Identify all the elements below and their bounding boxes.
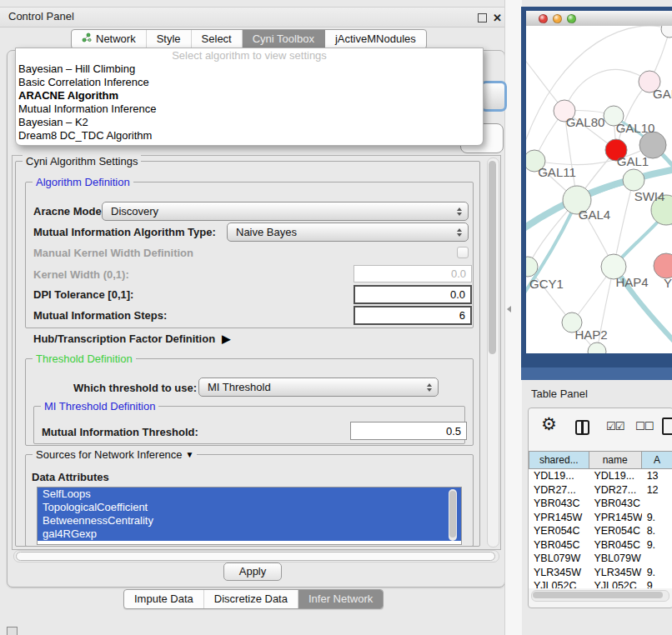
- table-row[interactable]: YLR345WYLR345W9.: [529, 566, 672, 580]
- tab-cyni-toolbox[interactable]: Cyni Toolbox: [243, 30, 325, 48]
- aracne-mode-select[interactable]: Discovery: [102, 202, 469, 221]
- data-attribute-item[interactable]: BetweennessCentrality: [38, 514, 461, 528]
- data-attribute-item[interactable]: TopologicalCoefficient: [38, 501, 461, 514]
- mi-threshold-input[interactable]: [350, 422, 467, 440]
- scrollbar-thumb[interactable]: [489, 161, 496, 354]
- network-node[interactable]: [661, 26, 672, 38]
- dropdown-item[interactable]: Mutual Information Inference: [16, 102, 483, 116]
- table-header: shared...nameA: [529, 451, 672, 469]
- dropdown-placeholder: Select algorithm to view settings: [16, 49, 483, 62]
- dropdown-item[interactable]: Basic Correlation Inference: [16, 76, 483, 89]
- table-cell: YBL079W: [589, 552, 641, 566]
- table-cell: YBR043C: [589, 497, 641, 511]
- column-header-shared-[interactable]: shared...: [529, 451, 589, 469]
- table-body: YDL19...YDL19...13YDR27...YDR27...12YBR0…: [529, 469, 672, 588]
- manual-kernel-checkbox[interactable]: [457, 247, 469, 258]
- unchecked-pair-icon[interactable]: ☐☐: [635, 420, 653, 432]
- mi-type-select[interactable]: Naive Bayes: [227, 222, 469, 242]
- node-label-gal1: GAL1: [617, 154, 649, 168]
- table-cell: [642, 552, 672, 566]
- node-label-hap4: HAP4: [615, 275, 648, 289]
- minimize-window-icon[interactable]: [553, 14, 562, 23]
- table-panel: ⚙ ☑☑ ☐☐ shared...nameA YDL19...YDL19...1…: [528, 408, 672, 608]
- dropdown-item[interactable]: ARACNE Algorithm: [16, 89, 483, 102]
- tab-label: Network: [96, 30, 136, 48]
- data-attribute-item[interactable]: SelfLoops: [38, 488, 461, 501]
- algorithm-definition-legend: Algorithm Definition: [33, 176, 133, 188]
- table-cell: 9.: [642, 511, 672, 525]
- cyni-algorithm-settings-legend: Cyni Algorithm Settings: [23, 155, 141, 168]
- tab-style[interactable]: Style: [147, 30, 192, 48]
- scrollbar-thumb[interactable]: [16, 552, 495, 561]
- collapse-arrow-icon[interactable]: ▼: [186, 450, 194, 459]
- mi-threshold-label: Mutual Information Threshold:: [42, 426, 198, 438]
- spinner-arrows-icon: [457, 208, 462, 216]
- zoom-window-icon[interactable]: [567, 14, 576, 23]
- checked-pair-icon[interactable]: ☑☑: [606, 420, 624, 432]
- network-window-bottom-edge: [521, 368, 672, 380]
- settings-vertical-scrollbar[interactable]: [487, 158, 499, 548]
- dpi-tolerance-input[interactable]: [354, 285, 472, 304]
- restore-panel-icon[interactable]: [7, 627, 18, 635]
- float-panel-icon[interactable]: [478, 13, 487, 22]
- scrollbar-thumb[interactable]: [449, 491, 456, 538]
- mi-steps-input[interactable]: [354, 306, 472, 325]
- table-cell: [642, 497, 672, 511]
- table-cell: YPR145W: [589, 511, 641, 525]
- dropdown-item[interactable]: Dream8 DC_TDC Algorithm: [16, 129, 483, 142]
- kernel-width-input[interactable]: [354, 265, 472, 282]
- table-cell: 13: [642, 469, 672, 483]
- table-cell: YPR145W: [529, 511, 589, 525]
- expander-arrow-icon: ▶: [222, 332, 230, 345]
- list-vertical-scrollbar[interactable]: [449, 489, 457, 541]
- tab-infer-network[interactable]: Infer Network: [298, 590, 383, 608]
- data-attribute-item[interactable]: gal4RGexp: [38, 528, 461, 541]
- network-node-swi4[interactable]: [623, 169, 644, 191]
- table-cell: YDL19...: [529, 469, 589, 483]
- table-cell: 12: [642, 483, 672, 498]
- focused-combo-fragment[interactable]: [480, 81, 507, 112]
- dpi-tolerance-label: DPI Tolerance [0,1]:: [33, 288, 133, 301]
- split-view-icon[interactable]: [575, 420, 589, 435]
- panel-divider[interactable]: [504, 0, 522, 635]
- table-row[interactable]: YJL052CYJL052C9: [529, 579, 672, 588]
- data-attributes-label: Data Attributes: [32, 471, 109, 483]
- dropdown-item[interactable]: Bayesian – Hill Climbing: [16, 62, 483, 76]
- gear-icon[interactable]: ⚙: [541, 414, 557, 434]
- tab-select[interactable]: Select: [192, 30, 243, 48]
- tab-network[interactable]: Network: [72, 30, 147, 48]
- close-window-icon[interactable]: [539, 14, 548, 23]
- table-row[interactable]: YDR27...YDR27...12: [529, 483, 672, 498]
- spinner-arrows-icon: [427, 383, 432, 392]
- spinner-arrows-icon: [457, 228, 462, 237]
- table-row[interactable]: YBR045CYBR045C9.: [529, 538, 672, 552]
- table-row[interactable]: YBR043CYBR043C: [529, 497, 672, 511]
- tab-label: Impute Data: [134, 590, 193, 608]
- table-row[interactable]: YPR145WYPR145W9.: [529, 511, 672, 525]
- data-attributes-list[interactable]: SelfLoopsTopologicalCoefficientBetweenne…: [37, 487, 462, 545]
- tab-impute-data[interactable]: Impute Data: [124, 590, 204, 608]
- network-node-y[interactable]: [654, 253, 672, 278]
- close-panel-icon[interactable]: ✕: [493, 12, 502, 24]
- tab-discretize-data[interactable]: Discretize Data: [204, 590, 298, 608]
- apply-button[interactable]: Apply: [223, 562, 282, 581]
- table-row[interactable]: YDL19...YDL19...13: [529, 469, 672, 483]
- which-threshold-select[interactable]: MI Threshold: [198, 378, 439, 397]
- network-canvas[interactable]: GALGAL80GAL10GAL1GAL11SWI4GAL4GCY1HAP4YH…: [526, 26, 672, 353]
- divider-collapse-handle[interactable]: [507, 306, 511, 312]
- network-window-titlebar[interactable]: [526, 11, 672, 27]
- mi-type-label: Mutual Information Algorithm Type:: [33, 226, 216, 238]
- node-label-gal10: GAL10: [616, 121, 655, 135]
- aracne-mode-value: Discovery: [111, 205, 158, 218]
- page-icon[interactable]: [662, 418, 672, 435]
- column-header-a[interactable]: A: [642, 451, 672, 469]
- tab-jactivemnodules[interactable]: jActiveMNodules: [325, 30, 426, 48]
- table-row[interactable]: YER054CYER054C8.: [529, 524, 672, 538]
- settings-horizontal-scrollbar[interactable]: [13, 550, 499, 562]
- column-header-name[interactable]: name: [589, 451, 642, 469]
- dropdown-item[interactable]: Bayesian – K2: [16, 116, 483, 129]
- scrollbar-thumb[interactable]: [533, 592, 663, 598]
- table-row[interactable]: YBL079WYBL079W: [529, 552, 672, 566]
- table-horizontal-scrollbar[interactable]: [531, 590, 669, 602]
- hub-definition-expander[interactable]: Hub/Transcription Factor Definition ▶: [33, 332, 230, 345]
